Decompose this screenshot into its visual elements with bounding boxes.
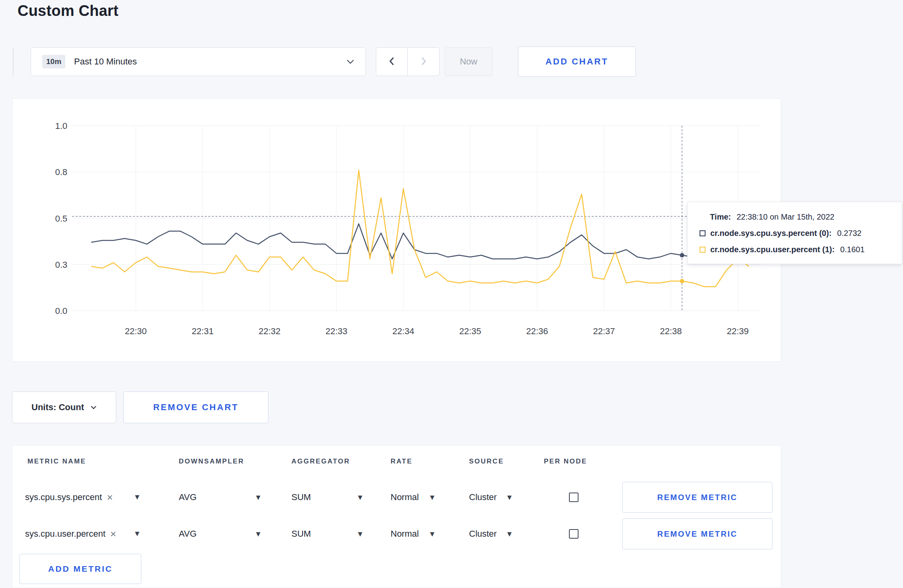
remove-chart-button[interactable]: REMOVE CHART	[123, 391, 268, 423]
header-downsampler: DOWNSAMPLER	[179, 458, 244, 465]
add-metric-button[interactable]: ADD METRIC	[20, 554, 141, 584]
header-aggregator: AGGREGATOR	[291, 458, 350, 465]
caret-down-icon: ▾	[507, 493, 512, 502]
time-range-label: Past 10 Minutes	[74, 56, 137, 67]
svg-text:22:35: 22:35	[459, 326, 481, 336]
per-node-checkbox[interactable]	[569, 529, 579, 539]
tooltip-series-value: 0.1601	[840, 245, 864, 254]
svg-text:22:37: 22:37	[593, 326, 615, 336]
metric-name-select[interactable]: sys.cpu.sys.percent × ▾	[25, 492, 152, 502]
metric-name-label: sys.cpu.user.percent	[25, 529, 106, 539]
svg-text:22:33: 22:33	[325, 326, 347, 336]
metric-name-select[interactable]: sys.cpu.user.percent × ▾	[25, 529, 152, 539]
series-sys-swatch-icon	[700, 230, 706, 236]
caret-down-icon: ▾	[358, 493, 362, 502]
rate-select[interactable]: Normal	[391, 492, 419, 502]
aggregator-select[interactable]: SUM	[291, 492, 311, 502]
source-select[interactable]: Cluster	[469, 529, 497, 539]
time-range-badge: 10m	[42, 55, 65, 68]
time-next-button[interactable]	[408, 47, 440, 76]
tooltip-series-label: cr.node.sys.cpu.sys.percent (0):	[710, 229, 832, 238]
caret-down-icon: ▾	[358, 530, 362, 538]
svg-text:22:30: 22:30	[125, 326, 147, 336]
units-label: Units: Count	[31, 402, 84, 413]
chart-card: 0.00.30.50.81.022:3022:3122:3222:3322:34…	[12, 98, 781, 362]
svg-text:1.0: 1.0	[55, 121, 67, 131]
downsampler-select[interactable]: AVG	[179, 529, 197, 539]
svg-text:0.0: 0.0	[55, 306, 67, 316]
svg-text:22:34: 22:34	[392, 326, 414, 336]
series-user-swatch-icon	[700, 247, 706, 253]
add-chart-button[interactable]: ADD CHART	[518, 47, 636, 77]
chevron-right-icon	[420, 56, 427, 68]
caret-down-icon: ▾	[430, 493, 434, 502]
tooltip-series-value: 0.2732	[837, 229, 862, 238]
svg-text:0.3: 0.3	[55, 260, 67, 270]
svg-text:22:36: 22:36	[526, 326, 548, 336]
toolbar-divider	[13, 47, 14, 76]
svg-text:22:31: 22:31	[192, 326, 213, 336]
tooltip-time-label: Time:	[710, 212, 731, 222]
downsampler-select[interactable]: AVG	[179, 492, 197, 502]
metric-row: sys.cpu.user.percent × ▾ AVG ▾ SUM ▾ Nor…	[12, 516, 781, 552]
header-source: SOURCE	[469, 458, 504, 465]
now-button[interactable]: Now	[445, 47, 493, 76]
caret-down-icon: ▾	[507, 530, 512, 538]
remove-metric-button[interactable]: REMOVE METRIC	[622, 518, 772, 549]
page-title: Custom Chart	[18, 2, 119, 19]
tooltip-time-value: 22:38:10 on Mar 15th, 2022	[737, 212, 835, 222]
custom-chart-page: Custom Chart 10m Past 10 Minutes Now ADD…	[0, 0, 903, 588]
caret-down-icon: ▾	[135, 493, 139, 501]
aggregator-select[interactable]: SUM	[291, 529, 311, 539]
remove-metric-button[interactable]: REMOVE METRIC	[622, 482, 772, 513]
remove-token-icon[interactable]: ×	[107, 492, 113, 502]
caret-down-icon: ▾	[256, 493, 260, 502]
tooltip-series-row: cr.node.sys.cpu.sys.percent (0): 0.2732	[700, 229, 890, 238]
caret-down-icon: ▾	[256, 530, 260, 538]
header-metric-name: METRIC NAME	[27, 458, 86, 465]
chart-tooltip: Time: 22:38:10 on Mar 15th, 2022 cr.node…	[687, 202, 902, 264]
caret-down-icon: ▾	[135, 529, 139, 538]
header-rate: RATE	[391, 458, 412, 465]
svg-text:0.5: 0.5	[55, 214, 67, 224]
units-select[interactable]: Units: Count	[12, 391, 116, 423]
tooltip-time-row: Time: 22:38:10 on Mar 15th, 2022	[700, 212, 890, 222]
time-range-select[interactable]: 10m Past 10 Minutes	[31, 47, 366, 76]
svg-text:22:39: 22:39	[727, 326, 749, 336]
per-node-checkbox[interactable]	[569, 493, 579, 502]
metric-name-label: sys.cpu.sys.percent	[25, 492, 102, 502]
time-pager	[376, 47, 440, 76]
chevron-down-icon	[346, 59, 354, 64]
caret-down-icon: ▾	[430, 530, 434, 538]
metric-row: sys.cpu.sys.percent × ▾ AVG ▾ SUM ▾ Norm…	[12, 479, 781, 516]
remove-token-icon[interactable]: ×	[110, 529, 116, 539]
svg-text:22:32: 22:32	[258, 326, 280, 336]
tooltip-series-label: cr.node.sys.cpu.user.percent (1):	[710, 245, 835, 254]
chevron-left-icon	[388, 56, 395, 68]
time-prev-button[interactable]	[376, 47, 408, 76]
svg-text:0.8: 0.8	[55, 167, 67, 177]
metrics-table-header: METRIC NAME DOWNSAMPLER AGGREGATOR RATE …	[12, 446, 781, 477]
rate-select[interactable]: Normal	[391, 529, 419, 539]
header-per-node: PER NODE	[544, 458, 587, 465]
metrics-table: METRIC NAME DOWNSAMPLER AGGREGATOR RATE …	[12, 445, 781, 588]
tooltip-series-row: cr.node.sys.cpu.user.percent (1): 0.1601	[700, 245, 890, 254]
source-select[interactable]: Cluster	[469, 492, 497, 502]
cpu-line-chart[interactable]: 0.00.30.50.81.022:3022:3122:3222:3322:34…	[12, 99, 781, 361]
chevron-down-icon	[90, 404, 97, 411]
svg-text:22:38: 22:38	[660, 326, 682, 336]
